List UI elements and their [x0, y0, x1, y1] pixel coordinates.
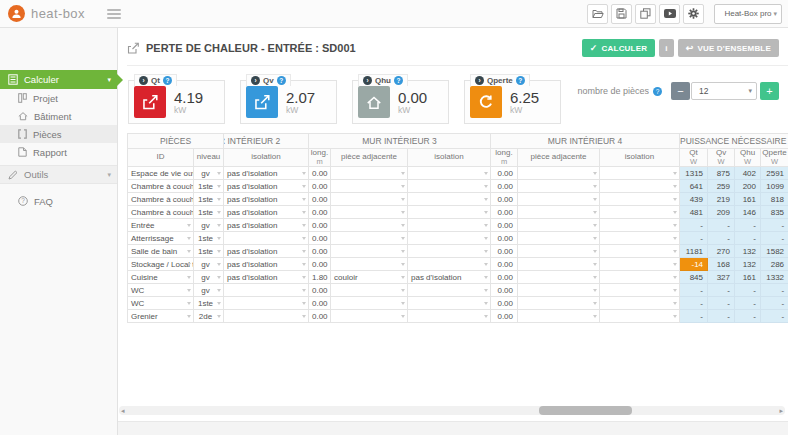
cell-isolation-mur2[interactable]: pas d'isolation: [224, 271, 309, 284]
cell-isolation-mur3[interactable]: [408, 297, 491, 310]
sidebar-item-faq[interactable]: ? FAQ: [0, 192, 117, 210]
cell-adjacente-mur4[interactable]: [518, 232, 600, 245]
cell-isolation-mur3[interactable]: [408, 193, 491, 206]
new-copy-button[interactable]: [635, 4, 656, 24]
cell-adjacente-mur3[interactable]: [331, 219, 408, 232]
cell-adjacente-mur3[interactable]: [331, 232, 408, 245]
sidebar-item-projet[interactable]: Projet: [0, 89, 117, 107]
horizontal-scrollbar[interactable]: ◂ ▸: [119, 406, 785, 415]
cell-niveau[interactable]: gv: [194, 284, 224, 297]
cell-niveau[interactable]: gv: [194, 167, 224, 180]
sidebar-section-calculer[interactable]: Calculer ▾: [0, 70, 117, 89]
cell-isolation-mur3[interactable]: [408, 167, 491, 180]
cell-long-mur3[interactable]: 0.00: [309, 219, 331, 232]
scrollbar-thumb[interactable]: [539, 406, 632, 415]
cell-niveau[interactable]: gv: [194, 271, 224, 284]
cell-id[interactable]: Chambre à coucher 3: [128, 206, 194, 219]
cell-isolation-mur3[interactable]: [408, 258, 491, 271]
cell-long-mur4[interactable]: 0.00: [491, 284, 518, 297]
cell-isolation-mur2[interactable]: pas d'isolation: [224, 219, 309, 232]
cell-niveau[interactable]: 1ste: [194, 297, 224, 310]
cell-adjacente-mur3[interactable]: [331, 284, 408, 297]
cell-niveau[interactable]: 1ste: [194, 193, 224, 206]
rooms-increment-button[interactable]: +: [760, 82, 779, 100]
overview-button[interactable]: ↩ VUE D'ENSEMBLE: [678, 39, 779, 57]
cell-long-mur4[interactable]: 0.00: [491, 258, 518, 271]
rooms-decrement-button[interactable]: −: [671, 82, 690, 100]
help-icon[interactable]: ?: [653, 87, 662, 96]
help-icon[interactable]: ?: [163, 76, 172, 85]
cell-adjacente-mur4[interactable]: [518, 271, 600, 284]
cell-isolation-mur2[interactable]: pas d'isolation: [224, 258, 309, 271]
cell-niveau[interactable]: 1ste: [194, 180, 224, 193]
cell-id[interactable]: Espace de vie ouvert: [128, 167, 194, 180]
cell-id[interactable]: Grenier: [128, 310, 194, 323]
cell-long-mur4[interactable]: 0.00: [491, 206, 518, 219]
cell-isolation-mur3[interactable]: [408, 180, 491, 193]
cell-niveau[interactable]: 1ste: [194, 206, 224, 219]
cell-long-mur4[interactable]: 0.00: [491, 180, 518, 193]
cell-long-mur4[interactable]: 0.00: [491, 310, 518, 323]
open-project-button[interactable]: [587, 4, 608, 24]
cell-isolation-mur4[interactable]: [600, 206, 680, 219]
cell-id[interactable]: WC: [128, 284, 194, 297]
cell-long-mur4[interactable]: 0.00: [491, 219, 518, 232]
calculate-button[interactable]: ✓ CALCULER: [582, 39, 655, 57]
cell-id[interactable]: Cuisine: [128, 271, 194, 284]
sidebar-item-batiment[interactable]: Bâtiment: [0, 107, 117, 125]
cell-long-mur4[interactable]: 0.00: [491, 167, 518, 180]
cell-long-mur3[interactable]: 0.00: [309, 245, 331, 258]
cell-id[interactable]: Entrée: [128, 219, 194, 232]
cell-long-mur3[interactable]: 0.00: [309, 167, 331, 180]
cell-long-mur3[interactable]: 1.80: [309, 271, 331, 284]
cell-isolation-mur2[interactable]: [224, 310, 309, 323]
cell-isolation-mur3[interactable]: [408, 310, 491, 323]
cell-isolation-mur3[interactable]: [408, 232, 491, 245]
cell-isolation-mur3[interactable]: pas d'isolation: [408, 271, 491, 284]
cell-isolation-mur4[interactable]: [600, 180, 680, 193]
cell-isolation-mur4[interactable]: [600, 271, 680, 284]
cell-adjacente-mur4[interactable]: [518, 297, 600, 310]
cell-long-mur4[interactable]: 0.00: [491, 193, 518, 206]
cell-adjacente-mur4[interactable]: [518, 206, 600, 219]
cell-adjacente-mur4[interactable]: [518, 167, 600, 180]
cell-adjacente-mur4[interactable]: [518, 180, 600, 193]
cell-adjacente-mur3[interactable]: [331, 310, 408, 323]
cell-long-mur4[interactable]: 0.00: [491, 232, 518, 245]
cell-isolation-mur2[interactable]: pas d'isolation: [224, 193, 309, 206]
cell-adjacente-mur4[interactable]: [518, 284, 600, 297]
chevron-circle-icon[interactable]: ›: [363, 76, 372, 85]
cell-isolation-mur2[interactable]: [224, 297, 309, 310]
cell-id[interactable]: Chambre à coucher 1: [128, 180, 194, 193]
cell-id[interactable]: Chambre à coucher 2: [128, 193, 194, 206]
cell-isolation-mur2[interactable]: pas d'isolation: [224, 167, 309, 180]
video-tutorial-button[interactable]: [659, 4, 680, 24]
cell-adjacente-mur3[interactable]: [331, 258, 408, 271]
cell-long-mur4[interactable]: 0.00: [491, 245, 518, 258]
cell-long-mur3[interactable]: 0.00: [309, 180, 331, 193]
chevron-circle-icon[interactable]: ›: [139, 76, 148, 85]
cell-adjacente-mur3[interactable]: [331, 180, 408, 193]
cell-adjacente-mur3[interactable]: [331, 193, 408, 206]
cell-isolation-mur2[interactable]: [224, 232, 309, 245]
cell-adjacente-mur3[interactable]: [331, 297, 408, 310]
cell-long-mur3[interactable]: 0.00: [309, 297, 331, 310]
cell-adjacente-mur4[interactable]: [518, 193, 600, 206]
cell-id[interactable]: WC: [128, 297, 194, 310]
cell-isolation-mur3[interactable]: [408, 284, 491, 297]
chevron-circle-icon[interactable]: ›: [251, 76, 260, 85]
cell-isolation-mur4[interactable]: [600, 245, 680, 258]
cell-id[interactable]: Stockage / Local tech: [128, 258, 194, 271]
edition-select[interactable]: Heat-Box pro ▾: [714, 4, 782, 24]
cell-isolation-mur2[interactable]: [224, 284, 309, 297]
save-button[interactable]: [611, 4, 632, 24]
cell-long-mur3[interactable]: 0.00: [309, 193, 331, 206]
cell-isolation-mur2[interactable]: pas d'isolation: [224, 180, 309, 193]
cell-long-mur3[interactable]: 0.00: [309, 232, 331, 245]
scroll-left-icon[interactable]: ◂: [121, 406, 125, 415]
cell-isolation-mur4[interactable]: [600, 219, 680, 232]
sidebar-section-outils[interactable]: Outils ▾: [0, 165, 117, 184]
help-icon[interactable]: ?: [394, 76, 403, 85]
cell-isolation-mur3[interactable]: [408, 206, 491, 219]
info-button[interactable]: i: [659, 39, 673, 57]
